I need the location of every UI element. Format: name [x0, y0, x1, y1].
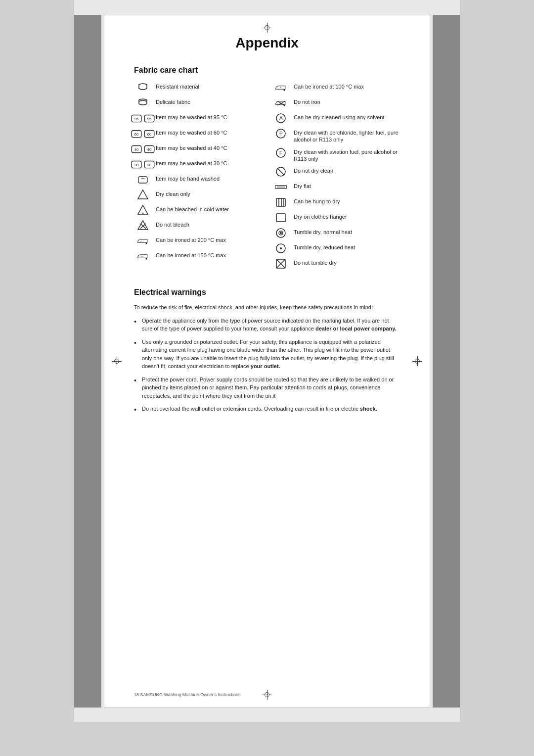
reg-mark-top: [262, 23, 272, 33]
donotbleach-label: Do not bleach: [156, 220, 262, 228]
donotdryclean-label: Do not dry clean: [294, 166, 400, 174]
dryP-icon: P: [272, 128, 290, 140]
resistant-label: Resistant material: [156, 82, 262, 90]
svg-rect-24: [146, 242, 147, 244]
iron150-icon: • •: [134, 250, 152, 262]
dryF-icon: F: [272, 147, 290, 159]
list-item: Do not tumble dry: [272, 258, 400, 270]
list-item: Do not dry clean: [272, 166, 400, 178]
tumblereduced-icon: [272, 242, 290, 254]
svg-text:40: 40: [134, 147, 138, 152]
list-item: F Dry clean with aviation fuel, pure alc…: [272, 147, 400, 163]
wash30-label: Item may be washed at 30 °C: [156, 158, 262, 167]
handwash-icon: [134, 174, 152, 186]
electrical-intro: To reduce the risk of fire, electrical s…: [134, 304, 400, 311]
dryflat-label: Dry flat: [294, 181, 400, 189]
clotheshanger-label: Dry on clothes hanger: [294, 212, 400, 220]
svg-text:40: 40: [147, 147, 151, 152]
fabric-care-title: Fabric care chart: [134, 66, 400, 75]
svg-text:30: 30: [134, 163, 138, 167]
svg-text:A: A: [279, 116, 283, 121]
svg-text:c: c: [142, 210, 144, 215]
list-item: Can be hung to dry: [272, 196, 400, 208]
list-item: Delicate fabric: [134, 97, 262, 109]
wash60-label: Item may be washed at 60 °C: [156, 128, 262, 136]
list-item: • • Can be ironed at 150 °C max: [134, 250, 262, 262]
list-item: Do not iron: [272, 97, 400, 109]
dryflat-icon: [272, 181, 290, 193]
svg-text:95: 95: [134, 117, 138, 121]
donotdryclean-icon: [272, 166, 290, 178]
wash30-icon: 30 30: [134, 158, 152, 170]
electrical-warnings-title: Electrical warnings: [134, 288, 400, 297]
delicate-icon: [134, 97, 152, 109]
bleachcold-icon: c: [134, 204, 152, 216]
fabric-right-col: • Can be ironed at 100 °C max: [272, 82, 400, 273]
donotumble-label: Do not tumble dry: [294, 258, 400, 266]
page-footer: 18 SAMSUNG Washing Machine Owner's Instr…: [134, 692, 240, 697]
dryA-label: Can be dry cleaned using any solvent: [294, 112, 400, 121]
list-item: 95 95 Item may be washed at 95 °C: [134, 112, 262, 124]
svg-text:95: 95: [147, 117, 151, 121]
svg-text:• • •: • • •: [140, 240, 143, 242]
list-item: A Can be dry cleaned using any solvent: [272, 112, 400, 124]
list-item: • • • Can be ironed at 200 °C max: [134, 235, 262, 247]
page: Appendix Fabric care chart Resistant mat…: [104, 15, 430, 708]
iron100-icon: •: [272, 82, 290, 94]
svg-rect-27: [146, 258, 147, 259]
list-item: Dry on clothes hanger: [272, 212, 400, 224]
iron100-label: Can be ironed at 100 °C max: [294, 82, 400, 90]
sidebar-left: [74, 15, 101, 708]
wash95-icon: 95 95: [134, 112, 152, 124]
svg-text:60: 60: [147, 132, 151, 137]
wash60-icon: 60 60: [134, 128, 152, 140]
list-item: Dry flat: [272, 181, 400, 193]
donoiron-label: Do not iron: [294, 97, 400, 105]
reg-mark-bottom: [262, 690, 272, 700]
svg-rect-16: [138, 177, 147, 183]
donotumble-icon: [272, 258, 290, 270]
svg-text:60: 60: [134, 132, 138, 137]
list-item: Operate the appliance only from the type…: [134, 317, 400, 333]
list-item: Dry clean only: [134, 189, 262, 201]
donoiron-icon: [272, 97, 290, 109]
svg-point-50: [280, 232, 282, 234]
svg-text:•: •: [280, 87, 281, 89]
list-item: 30 30 Item may be washed at 30 °C: [134, 158, 262, 170]
reg-mark-right: [412, 356, 422, 366]
list-item: P Dry clean with perchloride, lighter fu…: [272, 128, 400, 143]
svg-marker-21: [138, 221, 148, 230]
wash95-label: Item may be washed at 95 °C: [156, 112, 262, 121]
dryclean-icon: [134, 189, 152, 201]
tumblenormal-label: Tumble dry, normal heat: [294, 227, 400, 236]
svg-text:30: 30: [147, 163, 151, 167]
fabric-care-grid: Resistant material Delicate fabric: [134, 82, 400, 273]
hungtodry-icon: [272, 196, 290, 208]
list-item: Use only a grounded or polarized outlet.…: [134, 338, 400, 371]
list-item: Protect the power cord. Power supply cor…: [134, 376, 400, 400]
fabric-left-col: Resistant material Delicate fabric: [134, 82, 262, 273]
list-item: Item may be hand washed: [134, 174, 262, 186]
electrical-warnings-section: Electrical warnings To reduce the risk o…: [134, 288, 400, 413]
reg-mark-left: [112, 356, 122, 366]
dryclean-label: Dry clean only: [156, 189, 262, 197]
warnings-list: Operate the appliance only from the type…: [134, 317, 400, 413]
tumblereduced-label: Tumble dry, reduced heat: [294, 242, 400, 251]
resistant-icon: [134, 82, 152, 94]
iron200-icon: • • •: [134, 235, 152, 247]
svg-line-41: [277, 168, 284, 175]
svg-rect-48: [276, 214, 285, 222]
iron150-label: Can be ironed at 150 °C max: [156, 250, 262, 259]
list-item: Tumble dry, reduced heat: [272, 242, 400, 254]
clotheshanger-icon: [272, 212, 290, 224]
svg-point-53: [280, 247, 282, 249]
donotbleach-icon: [134, 220, 152, 232]
svg-text:F: F: [279, 150, 282, 156]
iron200-label: Can be ironed at 200 °C max: [156, 235, 262, 243]
wash40-icon: 40 40: [134, 143, 152, 155]
list-item: Do not bleach: [134, 220, 262, 232]
list-item: 40 40 Item may be washed at 40 °C: [134, 143, 262, 155]
bleachcold-label: Can be bleached in cold water: [156, 204, 262, 213]
svg-marker-17: [138, 190, 148, 199]
sidebar-right: [433, 15, 460, 708]
